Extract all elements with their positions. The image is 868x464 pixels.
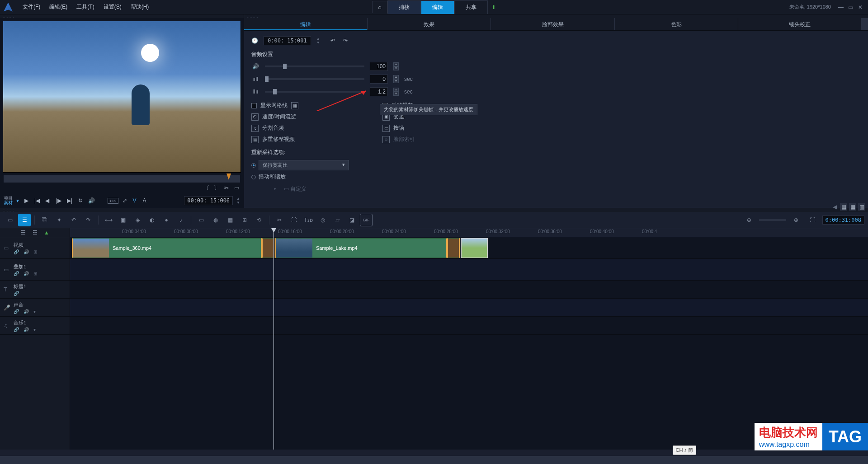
tool-mixer-icon[interactable]: ♪	[175, 214, 187, 226]
tool-gif-icon[interactable]: GIF	[360, 214, 373, 226]
tool-multicam-icon[interactable]: ▦	[224, 214, 236, 226]
mark-out-icon[interactable]: 〕	[213, 184, 220, 192]
tool-marker-icon[interactable]: ◈	[131, 214, 144, 226]
fit-icon[interactable]: ⛶	[806, 214, 819, 226]
panel-nav-left-icon[interactable]: ◀	[831, 203, 838, 211]
clip-duration[interactable]: 0:00: 15:001	[264, 36, 311, 45]
tool-mask-icon[interactable]: ▱	[331, 214, 344, 226]
tool-sync-icon[interactable]: ⟲	[253, 214, 265, 226]
speed-time-button[interactable]: ⏱速度/时间流逝	[251, 113, 364, 121]
options-icon[interactable]: ▭	[233, 184, 240, 192]
chevron-down-icon[interactable]: ▾	[33, 327, 36, 332]
a-glyph[interactable]: A	[141, 197, 148, 204]
tool-record-icon[interactable]: ●	[160, 214, 173, 226]
track-header-video[interactable]: ▭ 视频 🔗🔊⊞	[0, 237, 70, 259]
link-icon[interactable]: 🔗	[14, 249, 19, 254]
spin-down[interactable]: ▼	[393, 79, 399, 83]
aspect-dropdown[interactable]: 保持宽高比▾	[259, 160, 349, 170]
subtab-face[interactable]: 脸部效果	[491, 18, 614, 30]
list-icon[interactable]: ☰	[19, 230, 27, 236]
goto-end-icon[interactable]: ▶|	[66, 197, 73, 204]
prev-frame-icon[interactable]: ◀|	[44, 197, 52, 204]
video-track[interactable]: Sample_360.mp4 Sample_Lake.mp4	[70, 237, 868, 259]
zoom-in-icon[interactable]: ⊕	[790, 214, 802, 226]
goto-start-icon[interactable]: |◀	[33, 197, 41, 204]
tool-3dtext-icon[interactable]: T₃ᴅ	[302, 214, 315, 226]
tool-fx-icon[interactable]: ✦	[53, 214, 66, 226]
track-header-title[interactable]: T 标题1 🔗	[0, 281, 70, 299]
fade-in-value[interactable]: 0	[370, 75, 388, 84]
split-audio-button[interactable]: ♫分割音频	[251, 124, 364, 132]
menu-file[interactable]: 文件(F)	[18, 1, 45, 13]
undo-icon[interactable]: ↶	[67, 214, 80, 226]
link-icon[interactable]: 🔗	[14, 327, 19, 332]
panel-layout3-icon[interactable]: ▥	[858, 203, 865, 211]
resize-icon[interactable]: ⤢	[121, 197, 128, 204]
fade-out-value[interactable]: 1.2	[370, 87, 388, 96]
radio-pan-zoom[interactable]: 摇动和缩放	[251, 173, 861, 181]
tab-share[interactable]: 共享	[454, 0, 488, 14]
tool-tracking-icon[interactable]: ◎	[316, 214, 329, 226]
mute-icon[interactable]: 🔊	[24, 327, 29, 332]
sound-track[interactable]	[70, 299, 868, 317]
spin-up[interactable]: ▲	[393, 62, 399, 66]
show-grid-check[interactable]: 显示网格线▦	[251, 102, 364, 109]
overlay-track[interactable]	[70, 259, 868, 281]
tool-copy-icon[interactable]: ⿻	[38, 214, 51, 226]
volume-icon[interactable]: 🔊	[88, 197, 95, 204]
tool-snapshot-icon[interactable]: ▣	[117, 214, 129, 226]
tool-trim-icon[interactable]: ⟷	[102, 214, 115, 226]
close-button[interactable]: ✕	[858, 4, 864, 10]
track-header-overlay[interactable]: ▭ 叠加1 🔗🔊⊞	[0, 259, 70, 281]
zoom-slider[interactable]	[759, 219, 786, 221]
undo-icon[interactable]: ↶	[329, 37, 336, 44]
volume-slider[interactable]	[265, 66, 364, 67]
tool-subtitle-icon[interactable]: ▭	[195, 214, 208, 226]
subtab-color[interactable]: 色彩	[615, 18, 738, 30]
scroll-handle[interactable]	[862, 18, 868, 30]
time-ruler[interactable]: 00:00:04:00 00:00:08:00 00:00:12:00 00:0…	[70, 228, 868, 237]
loop-icon[interactable]: ↻	[77, 197, 84, 204]
minimize-button[interactable]: —	[838, 4, 844, 10]
spin-up[interactable]: ▲	[393, 75, 399, 79]
tool-paint-icon[interactable]: ◪	[345, 214, 358, 226]
preview-mode-clip[interactable]: 素材	[4, 201, 13, 205]
timeline-timecode[interactable]: 0:00:31:008	[822, 216, 864, 225]
panel-layout1-icon[interactable]: ▤	[840, 203, 847, 211]
next-frame-icon[interactable]: |▶	[55, 197, 62, 204]
track-header-music[interactable]: ♫ 音乐1 🔗🔊▾	[0, 317, 70, 335]
mute-icon[interactable]: 🔊	[24, 249, 29, 254]
drag-handle-icon[interactable]: ::::::::	[0, 14, 244, 18]
drag-handle-icon[interactable]: ::::::::	[0, 208, 868, 212]
lock-icon[interactable]: ⊞	[33, 249, 37, 254]
tool-mosaic-icon[interactable]: ◍	[209, 214, 222, 226]
tab-edit[interactable]: 编辑	[421, 0, 454, 14]
music-track[interactable]	[70, 317, 868, 335]
tab-home[interactable]: ⌂	[372, 1, 387, 13]
tool-crop-icon[interactable]: ✂	[273, 214, 286, 226]
track-header-sound[interactable]: 🎤 声音 🔗🔊▾	[0, 299, 70, 317]
transition-clip[interactable]	[447, 238, 460, 258]
tracks-area[interactable]: 00:00:04:00 00:00:08:00 00:00:12:00 00:0…	[70, 228, 868, 450]
preview-scrubber[interactable]	[4, 175, 240, 183]
menu-edit[interactable]: 编辑(E)	[45, 1, 72, 13]
link-icon[interactable]: 🔗	[14, 291, 19, 296]
tool-grid-icon[interactable]: ⊞	[238, 214, 251, 226]
add-track-icon[interactable]: ▲	[42, 230, 51, 236]
drag-handle-icon[interactable]: ::::::::	[244, 14, 868, 18]
spin-down[interactable]: ▼	[393, 66, 399, 70]
mark-in-icon[interactable]: 〔	[203, 184, 210, 192]
bottom-scrollbar[interactable]	[0, 456, 868, 464]
upload-icon[interactable]: ⬆	[491, 4, 496, 10]
playhead[interactable]	[274, 228, 274, 450]
tab-capture[interactable]: 捕获	[387, 0, 421, 14]
menu-settings[interactable]: 设置(S)	[99, 1, 126, 13]
aspect-badge[interactable]: 16:9	[108, 198, 118, 204]
multi-trim-button[interactable]: ▤多重修整视频	[251, 136, 364, 143]
v-glyph[interactable]: V	[131, 197, 138, 204]
scrub-marker-icon[interactable]	[226, 173, 231, 180]
link-icon[interactable]: 🔗	[14, 309, 19, 314]
timeline-view-icon[interactable]: ☰	[18, 214, 31, 226]
menu-tools[interactable]: 工具(T)	[72, 1, 99, 13]
redo-icon[interactable]: ↷	[82, 214, 94, 226]
